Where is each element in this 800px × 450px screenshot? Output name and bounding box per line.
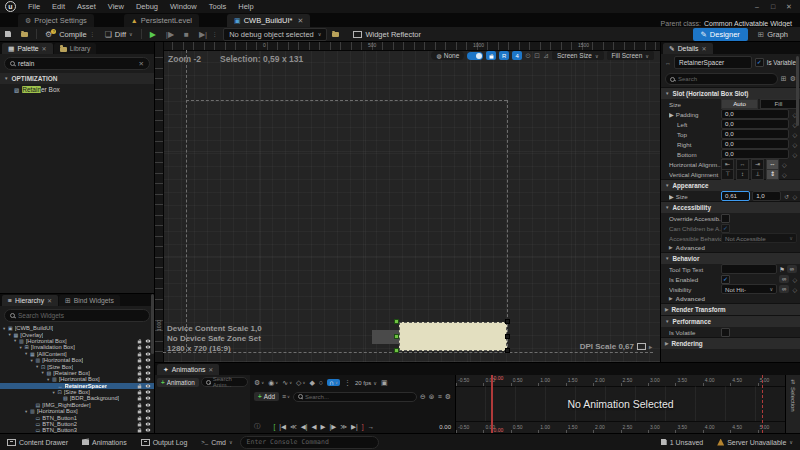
server-status-dropdown[interactable]: Server Unavailable ∨ [710, 439, 800, 446]
step-forward-button[interactable]: |▶ [330, 423, 337, 431]
stop-button[interactable]: ■ [179, 29, 194, 40]
to-end-button[interactable]: ▶| [351, 423, 358, 431]
details-subheader-advanced[interactable]: ▶Advanced [661, 243, 800, 252]
property-dropdown[interactable]: Not Accessible∨ [721, 233, 797, 243]
segment-auto[interactable]: Auto [721, 99, 758, 109]
align-option-0[interactable]: ⊤ [721, 169, 734, 180]
frame-skip-button[interactable]: |▶ [161, 29, 179, 40]
reset-to-default-icon[interactable]: ◇ [792, 131, 797, 138]
timeline-body[interactable]: No Animation Selected [456, 386, 785, 422]
menu-view[interactable]: View [102, 1, 130, 12]
view-options-icon[interactable]: ◉∨ [268, 379, 278, 387]
eye-icon[interactable] [146, 410, 151, 413]
browse-button[interactable] [16, 30, 33, 38]
details-category-accessibility[interactable]: ▼Accessibility [661, 201, 800, 213]
compile-button[interactable]: ⚙? Compile ⋮ [40, 29, 100, 40]
localization-preview-icon[interactable]: ⊙ [525, 52, 531, 60]
sequencer-settings-icon[interactable]: ⚙∨ [254, 379, 264, 387]
reset-to-default-icon[interactable]: ◇ [792, 276, 797, 283]
set-playback-end-button[interactable]: ] [362, 423, 364, 431]
lock-icon[interactable] [138, 360, 142, 363]
menu-file[interactable]: File [22, 1, 46, 12]
content-drawer-button[interactable]: Content Drawer [0, 434, 75, 450]
jump-back-button[interactable]: ≪ [290, 423, 297, 431]
set-playback-start-button[interactable]: [ [274, 423, 276, 431]
playback-mode-button[interactable]: → [368, 423, 375, 431]
palette-search-input[interactable]: retain ✕ [4, 57, 150, 70]
corner-resize-icon[interactable]: ▸ [649, 343, 652, 350]
lock-icon[interactable] [138, 353, 142, 356]
eye-icon[interactable] [146, 359, 151, 362]
selected-widget-bdr-background[interactable] [399, 322, 507, 351]
auto-key-icon[interactable]: ◆ [309, 379, 314, 387]
property-checkbox[interactable] [721, 214, 730, 223]
property-dropdown[interactable]: Not Hit-∨ [721, 284, 777, 294]
filter-icon[interactable]: ≡∨ [282, 393, 290, 400]
resize-handle-bottom-left[interactable] [394, 348, 399, 353]
lock-icon[interactable] [138, 424, 142, 427]
bind-button[interactable]: ∞ [787, 265, 797, 273]
number-field[interactable]: 0,0 [721, 139, 789, 149]
designer-canvas[interactable]: 050010001500 1000 Zoom -2 Selection: 0,5… [155, 42, 660, 362]
sequencer-option-icon-1[interactable]: ⊜ [429, 393, 435, 401]
clear-search-icon[interactable]: ✕ [139, 60, 144, 68]
close-icon[interactable]: ✕ [47, 297, 52, 304]
debug-object-dropdown[interactable]: No debug object selected ∨ [223, 28, 327, 41]
resize-handle-left[interactable] [394, 334, 399, 339]
fill-screen-dropdown[interactable]: Fill Screen ∨ [607, 51, 654, 60]
align-option-2[interactable]: ⊥ [751, 169, 764, 180]
palette-item-retainer-box[interactable]: ▨ Retainer Box [0, 84, 154, 95]
tab-cwb-buildui[interactable]: ▣ CWB_BuildUI* ✕ [227, 14, 310, 27]
flow-direction-icon[interactable]: ⊡ [534, 52, 540, 60]
rulers-button[interactable]: R [499, 51, 509, 60]
advance-button[interactable]: ▶| [194, 29, 212, 40]
lock-icon[interactable] [138, 392, 142, 395]
key-all-icon[interactable]: ○ [319, 379, 323, 386]
details-category-slot-horizontal-box-slot-[interactable]: ▼Slot (Horizontal Box Slot) [661, 87, 800, 99]
playback-end-marker[interactable] [762, 375, 763, 433]
menu-asset[interactable]: Asset [71, 1, 102, 12]
expander-icon[interactable]: ▶ [669, 193, 674, 200]
reset-to-default-icon[interactable]: ◇ [782, 161, 787, 168]
is-variable-checkbox[interactable] [755, 58, 764, 67]
sequencer-option-icon-3[interactable]: ⚙ [445, 393, 451, 401]
selection-side-tab[interactable]: ⇅ Selection [785, 375, 800, 433]
sequencer-option-icon-0[interactable]: ⊖ [420, 393, 426, 401]
close-icon[interactable]: ✕ [42, 45, 47, 52]
eye-icon[interactable] [146, 371, 151, 374]
sequencer-option-icon-2[interactable]: ≡ [438, 393, 442, 401]
property-checkbox[interactable] [721, 224, 730, 233]
size-value-field[interactable]: 0,61 [721, 191, 750, 201]
lock-icon[interactable] [138, 373, 142, 376]
step-back-button[interactable]: ◀| [301, 423, 308, 431]
lock-icon[interactable] [138, 385, 142, 388]
respect-locks-toggle[interactable] [467, 52, 483, 60]
expander-icon[interactable]: ▶ [669, 111, 674, 118]
resize-handle-bottom-right[interactable] [505, 348, 510, 353]
timeline-playhead[interactable]: 0.00 0.00 [491, 375, 493, 433]
parent-class-link[interactable]: Common Activatable Widget [704, 20, 792, 27]
lock-icon[interactable] [138, 411, 142, 414]
menu-help[interactable]: Help [232, 1, 259, 12]
lock-icon[interactable] [138, 379, 142, 382]
tab-library[interactable]: Library [54, 43, 97, 54]
hierarchy-search-input[interactable]: Search Widgets [4, 309, 150, 322]
eye-icon[interactable] [146, 352, 151, 355]
close-icon[interactable]: ✕ [701, 45, 706, 52]
resize-handle-right[interactable] [505, 334, 510, 339]
curve-editor-icon[interactable]: ∿∨ [282, 379, 292, 387]
reset-to-default-icon[interactable]: ◇ [792, 193, 797, 200]
number-field[interactable]: 0,0 [721, 129, 789, 139]
play-forward-button[interactable]: ▶ [321, 423, 326, 431]
hierarchy-scrollbar[interactable] [151, 294, 154, 354]
snap-options-icon[interactable]: ⋮ [344, 379, 351, 387]
resize-handle-top-left[interactable] [394, 319, 399, 324]
lock-icon[interactable] [138, 347, 142, 350]
tab-palette[interactable]: ▦ Palette ✕ [2, 43, 53, 54]
lock-icon[interactable] [138, 404, 142, 407]
play-options-icon[interactable]: ⋮ [212, 31, 217, 37]
size-fill-field[interactable]: 1,0 [752, 191, 781, 201]
maximize-button[interactable]: □ [766, 2, 780, 12]
tooltip-text-field[interactable] [721, 264, 777, 274]
tab-persistent-level[interactable]: ▲ PersistentLevel [124, 14, 199, 27]
